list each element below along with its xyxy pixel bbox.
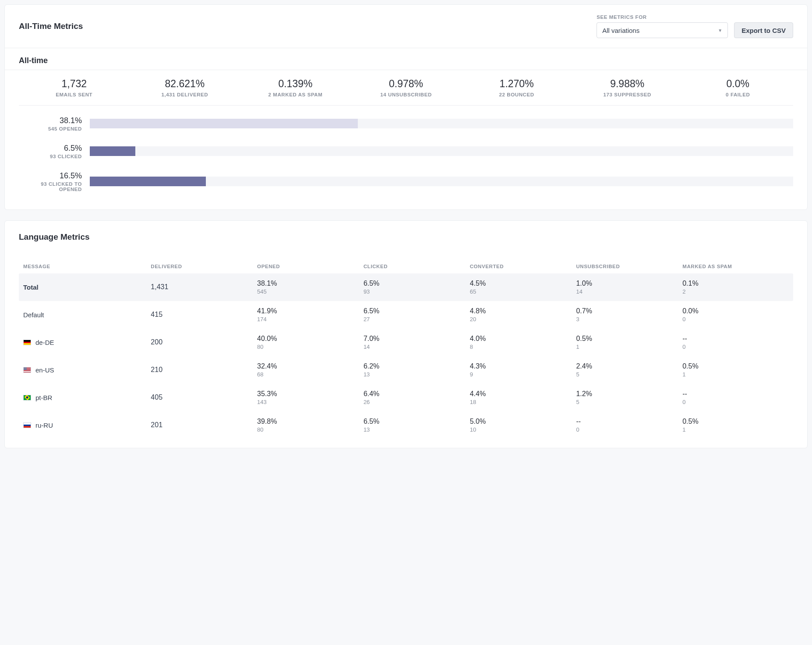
metric-count: 3 [576, 316, 682, 322]
section-title: All-time [5, 48, 807, 70]
flag-icon [23, 422, 31, 428]
table-row: en-US21032.4%686.2%134.3%92.4%50.5%1 [19, 356, 793, 384]
metric-cell: 32.4%68 [257, 362, 364, 378]
metric-pct: 4.8% [470, 307, 576, 315]
table-column-header: CONVERTED [470, 264, 576, 269]
metric-pct: 4.5% [470, 280, 576, 287]
panel-header: All-Time Metrics SEE METRICS FOR All var… [5, 5, 807, 48]
metric-cell: --0 [682, 335, 789, 350]
panel-title: All-Time Metrics [19, 21, 83, 31]
bar-track [90, 146, 793, 156]
variations-selected-value: All variations [602, 27, 639, 34]
export-csv-label: Export to CSV [741, 27, 786, 34]
message-label: Default [23, 311, 44, 319]
bar-fill [90, 146, 135, 156]
metric-cell: 0.5%1 [682, 418, 789, 433]
delivered-cell: 415 [151, 311, 257, 319]
stat-item: 1,732EMAILS SENT [19, 78, 130, 97]
stat-item: 82.621%1,431 DELIVERED [130, 78, 240, 97]
metric-cell: 4.3%9 [470, 362, 576, 378]
metric-cell: 2.4%5 [576, 362, 682, 378]
metric-pct: 0.5% [576, 335, 682, 343]
variations-select[interactable]: All variations ▼ [597, 22, 728, 38]
metric-count: 13 [364, 426, 470, 433]
metric-pct: 6.5% [364, 280, 470, 287]
metric-pct: 41.9% [257, 307, 364, 315]
metric-pct: 35.3% [257, 390, 364, 398]
metric-pct: 6.2% [364, 362, 470, 370]
bar-label: 16.5%93 CLICKED TO OPENED [19, 171, 90, 192]
metric-pct: 32.4% [257, 362, 364, 370]
metric-count: 143 [257, 399, 364, 405]
metric-pct: 40.0% [257, 335, 364, 343]
metric-count: 20 [470, 316, 576, 322]
metric-cell: --0 [576, 418, 682, 433]
metric-pct: 6.5% [364, 418, 470, 425]
export-csv-button[interactable]: Export to CSV [734, 22, 793, 38]
stat-item: 0.139%2 MARKED AS SPAM [240, 78, 351, 97]
stat-value: 9.988% [572, 78, 683, 90]
metric-cell: 7.0%14 [364, 335, 470, 350]
metric-pct: 0.1% [682, 280, 789, 287]
stat-item: 1.270%22 BOUNCED [461, 78, 572, 97]
message-cell: Total [23, 284, 151, 291]
language-metrics-table: MESSAGEDELIVEREDOPENEDCLICKEDCONVERTEDUN… [5, 259, 807, 448]
bar-pct: 38.1% [19, 116, 82, 125]
bar-row: 38.1%545 OPENED [19, 116, 793, 131]
metric-cell: 0.1%2 [682, 280, 789, 295]
flag-icon [23, 367, 31, 373]
metric-count: 9 [470, 371, 576, 378]
bar-pct: 16.5% [19, 171, 82, 181]
stat-label: EMAILS SENT [19, 92, 130, 97]
metric-count: 2 [682, 288, 789, 295]
message-label: de-DE [35, 339, 54, 346]
stat-label: 0 FAILED [682, 92, 793, 97]
bar-pct: 6.5% [19, 144, 82, 153]
table-header: MESSAGEDELIVEREDOPENEDCLICKEDCONVERTEDUN… [19, 259, 793, 273]
stat-value: 0.139% [240, 78, 351, 90]
metric-cell: 0.7%3 [576, 307, 682, 322]
message-label: Total [23, 284, 39, 291]
message-label: pt-BR [35, 394, 52, 401]
metric-pct: 0.5% [682, 418, 789, 425]
bar-label: 38.1%545 OPENED [19, 116, 90, 131]
metric-cell: 6.2%13 [364, 362, 470, 378]
metric-cell: 4.8%20 [470, 307, 576, 322]
metric-count: 80 [257, 344, 364, 350]
variations-control: SEE METRICS FOR All variations ▼ [597, 14, 728, 38]
metric-pct: 1.2% [576, 390, 682, 398]
table-column-header: DELIVERED [151, 264, 257, 269]
metric-count: 0 [682, 399, 789, 405]
header-controls: SEE METRICS FOR All variations ▼ Export … [597, 14, 793, 38]
metric-cell: 0.0%0 [682, 307, 789, 322]
metric-pct: -- [576, 418, 682, 425]
language-metrics-panel: Language Metrics MESSAGEDELIVEREDOPENEDC… [4, 220, 808, 448]
bar-sub: 93 CLICKED TO OPENED [19, 181, 82, 192]
flag-icon [23, 395, 31, 400]
stat-value: 1,732 [19, 78, 130, 90]
message-cell: pt-BR [23, 394, 151, 401]
metric-cell: 5.0%10 [470, 418, 576, 433]
table-column-header: MARKED AS SPAM [682, 264, 789, 269]
message-cell: Default [23, 311, 151, 319]
language-metrics-title: Language Metrics [5, 221, 807, 259]
metric-pct: 2.4% [576, 362, 682, 370]
metric-count: 27 [364, 316, 470, 322]
metric-cell: 38.1%545 [257, 280, 364, 295]
metric-pct: 39.8% [257, 418, 364, 425]
metric-count: 80 [257, 426, 364, 433]
message-cell: de-DE [23, 339, 151, 346]
metric-pct: 4.4% [470, 390, 576, 398]
metric-cell: 1.0%14 [576, 280, 682, 295]
metric-count: 18 [470, 399, 576, 405]
metric-cell: 6.5%27 [364, 307, 470, 322]
table-row: Default41541.9%1746.5%274.8%200.7%30.0%0 [19, 301, 793, 329]
stat-label: 22 BOUNCED [461, 92, 572, 97]
metric-cell: 6.5%13 [364, 418, 470, 433]
table-column-header: OPENED [257, 264, 364, 269]
metric-count: 0 [682, 316, 789, 322]
metric-pct: 38.1% [257, 280, 364, 287]
metric-cell: 40.0%80 [257, 335, 364, 350]
metric-count: 0 [576, 426, 682, 433]
message-cell: ru-RU [23, 422, 151, 429]
